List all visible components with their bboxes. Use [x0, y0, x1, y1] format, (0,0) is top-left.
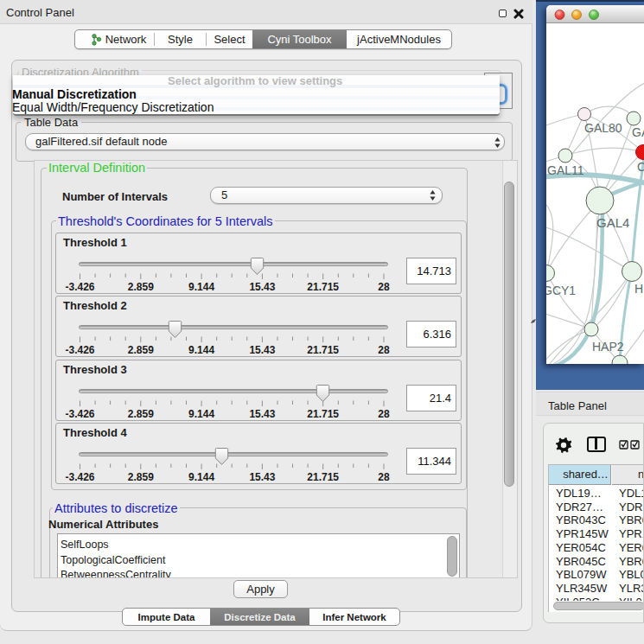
svg-text:GA: GA	[632, 125, 644, 139]
svg-text:H: H	[634, 282, 643, 296]
svg-text:GAL80: GAL80	[584, 121, 622, 135]
svg-text:C: C	[637, 160, 644, 174]
svg-text:GAL4: GAL4	[596, 215, 629, 230]
svg-text:HAP2: HAP2	[592, 340, 624, 354]
svg-text:GAL11: GAL11	[547, 163, 584, 177]
svg-text:GCY1: GCY1	[546, 284, 576, 297]
